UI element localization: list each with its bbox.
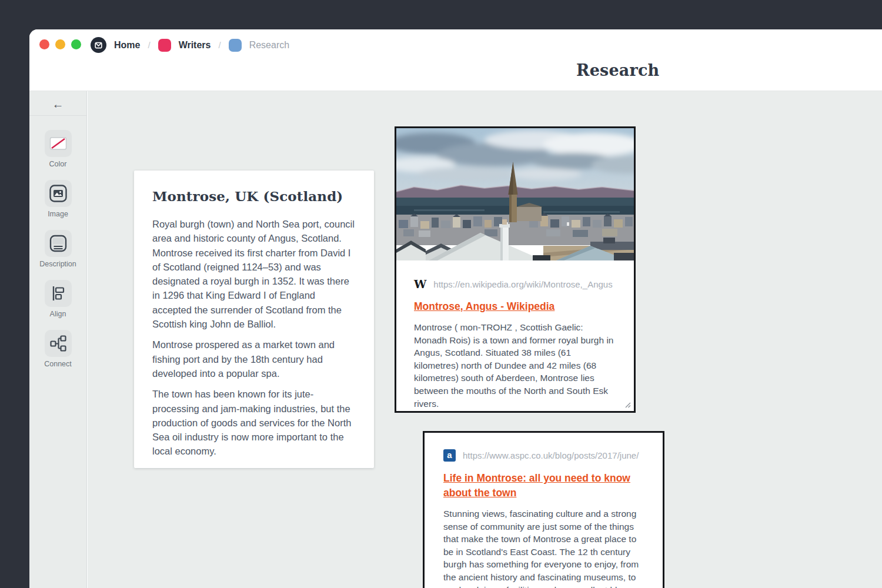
image-icon <box>45 180 72 207</box>
board-title: Research <box>576 61 659 79</box>
aspc-url-row: a https://www.aspc.co.uk/blog/posts/2017… <box>443 449 644 462</box>
tool-description[interactable]: Description <box>39 230 76 268</box>
close-window-button[interactable] <box>39 39 49 49</box>
wiki-url: https://en.wikipedia.org/wiki/Montrose,_… <box>433 279 616 289</box>
breadcrumb-separator: / <box>148 40 150 50</box>
aspc-favicon-icon: a <box>443 449 456 462</box>
milanote-logo-icon[interactable] <box>91 37 106 53</box>
tool-image[interactable]: Image <box>45 180 72 218</box>
blue-board-icon[interactable] <box>229 39 242 52</box>
board-canvas[interactable]: Montrose, UK (Scotland) Royal burgh (tow… <box>88 91 882 588</box>
maximize-window-button[interactable] <box>71 39 81 49</box>
note-paragraph: Royal burgh (town) and North Sea port, c… <box>152 217 356 331</box>
tool-align[interactable]: Align <box>45 280 72 318</box>
note-paragraph: The town has been known for its jute-pro… <box>152 387 356 458</box>
connect-nodes-icon <box>45 330 72 357</box>
wiki-card-body: W https://en.wikipedia.org/wiki/Montrose… <box>396 260 634 410</box>
note-paragraph: Montrose prospered as a market town and … <box>152 338 356 380</box>
wikipedia-favicon-icon: W <box>414 279 426 290</box>
aspc-link-card[interactable]: a https://www.aspc.co.uk/blog/posts/2017… <box>423 431 664 588</box>
wiki-link-card[interactable]: W https://en.wikipedia.org/wiki/Montrose… <box>395 126 636 413</box>
aspc-link-title[interactable]: Life in Montrose: all you need to know a… <box>443 471 644 500</box>
tool-sidebar: ← Color <box>29 91 87 588</box>
wiki-url-row: W https://en.wikipedia.org/wiki/Montrose… <box>414 279 616 290</box>
resize-handle-icon[interactable] <box>624 401 632 409</box>
wiki-link-title[interactable]: Montrose, Angus - Wikipedia <box>414 299 554 314</box>
breadcrumb: Home / Writers / Research <box>91 37 289 53</box>
app-window: Home / Writers / Research Research ← Col… <box>29 29 882 588</box>
breadcrumb-separator: / <box>218 40 220 50</box>
aspc-link-description: Stunning views, fascinating culture and … <box>443 507 644 588</box>
tool-label: Description <box>39 260 76 268</box>
montrose-town-photo <box>396 128 634 260</box>
aspc-card-body: a https://www.aspc.co.uk/blog/posts/2017… <box>425 433 663 588</box>
tool-label: Connect <box>44 360 72 368</box>
wiki-link-description: Montrose ( mon-TROHZ , Scottish Gaelic: … <box>414 321 616 410</box>
tool-label: Align <box>50 310 66 318</box>
title-bar: Home / Writers / Research Research <box>29 29 882 91</box>
collapse-sidebar-button[interactable]: ← <box>46 96 71 112</box>
minimize-window-button[interactable] <box>55 39 65 49</box>
breadcrumb-item-writers[interactable]: Writers <box>179 40 211 51</box>
note-title: Montrose, UK (Scotland) <box>152 188 356 204</box>
breadcrumb-item-research[interactable]: Research <box>249 40 289 51</box>
tool-label: Color <box>49 160 67 168</box>
tool-list: Color Image <box>29 116 86 380</box>
breadcrumb-item-home[interactable]: Home <box>114 40 140 51</box>
window-controls <box>39 39 81 49</box>
description-icon <box>45 230 72 257</box>
color-swatch-icon <box>45 130 72 157</box>
align-left-icon <box>45 280 72 307</box>
pink-board-icon[interactable] <box>158 39 171 52</box>
note-card[interactable]: Montrose, UK (Scotland) Royal burgh (tow… <box>134 171 374 468</box>
tool-label: Image <box>48 210 68 218</box>
aspc-url: https://www.aspc.co.uk/blog/posts/2017/j… <box>463 450 644 460</box>
tool-color[interactable]: Color <box>45 130 72 168</box>
tool-connect[interactable]: Connect <box>44 330 72 368</box>
